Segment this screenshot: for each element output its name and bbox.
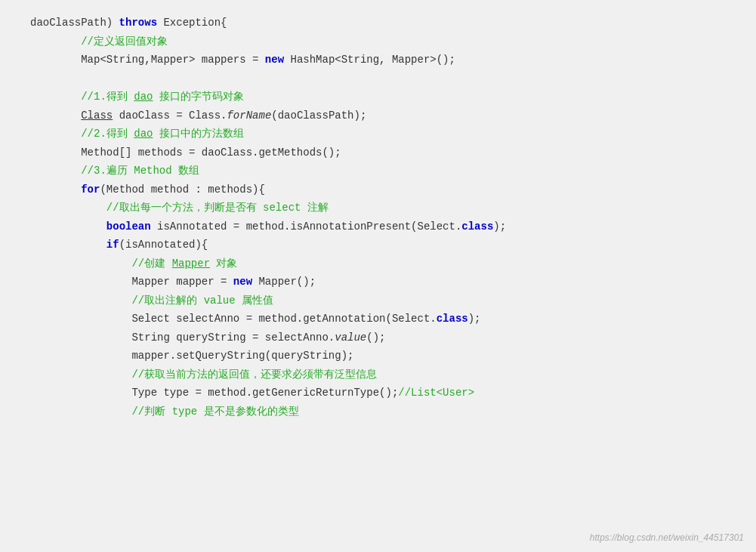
code-line-17: Select selectAnno = method.getAnnotation… [30, 310, 733, 328]
code-container: daoClassPath) throws Exception{ //定义返回值对… [0, 0, 756, 552]
code-line-19: mapper.setQueryString(queryString); [30, 347, 733, 365]
code-line-4 [30, 69, 733, 88]
code-line-1: daoClassPath) throws Exception{ [30, 14, 733, 32]
code-line-10: for(Method method : methods){ [30, 180, 733, 199]
code-line-5: //1.得到 dao 接口的字节码对象 [30, 88, 733, 106]
code-line-7: //2.得到 dao 接口中的方法数组 [30, 125, 733, 143]
watermark: https://blog.csdn.net/weixin_44517301 [590, 532, 744, 543]
code-line-13: if(isAnnotated){ [30, 236, 733, 254]
code-line-12: boolean isAnnotated = method.isAnnotatio… [30, 217, 733, 236]
code-block: daoClassPath) throws Exception{ //定义返回值对… [30, 14, 733, 421]
code-line-22: //判断 type 是不是参数化的类型 [30, 402, 733, 421]
code-line-21: Type type = method.getGenericReturnType(… [30, 384, 733, 402]
code-line-9: //3.遍历 Method 数组 [30, 162, 733, 180]
code-line-18: String queryString = selectAnno.value(); [30, 328, 733, 347]
code-line-8: Method[] methods = daoClass.getMethods()… [30, 143, 733, 162]
code-line-14: //创建 Mapper 对象 [30, 254, 733, 273]
code-line-15: Mapper mapper = new Mapper(); [30, 273, 733, 291]
code-line-16: //取出注解的 value 属性值 [30, 291, 733, 310]
code-line-6: Class daoClass = Class.forName(daoClassP… [30, 106, 733, 125]
code-line-3: Map<String,Mapper> mappers = new HashMap… [30, 51, 733, 69]
code-line-2: //定义返回值对象 [30, 32, 733, 51]
code-line-20: //获取当前方法的返回值，还要求必须带有泛型信息 [30, 365, 733, 384]
code-line-11: //取出每一个方法，判断是否有 select 注解 [30, 199, 733, 217]
